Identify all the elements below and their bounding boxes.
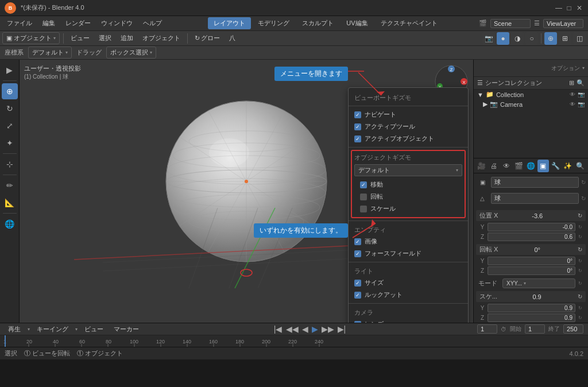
prop-particle-btn[interactable]: ✨ <box>562 160 573 172</box>
rotation-y[interactable]: 0° <box>488 257 575 265</box>
tool-annotate[interactable]: ✏ <box>2 177 18 194</box>
toolbar-add[interactable]: 追加 <box>117 33 137 44</box>
gizmo-forcefield[interactable]: ✓ フォースフィールド <box>349 247 468 260</box>
tool-rotate[interactable]: ↻ <box>2 100 18 117</box>
loc-y-lock[interactable]: ↻ <box>577 224 583 231</box>
overlay-toggle[interactable]: ⊞ <box>559 32 571 45</box>
menu-file[interactable]: ファイル <box>2 18 37 29</box>
prop-object-btn[interactable]: ▣ <box>537 160 548 172</box>
tool-transform[interactable]: ✦ <box>2 135 18 151</box>
loc-z-lock[interactable]: ↻ <box>577 234 583 241</box>
camera-eye-icon[interactable]: 👁 <box>570 101 575 107</box>
active-object-checkbox[interactable]: ✓ <box>354 136 361 142</box>
gizmo-active-object[interactable]: ✓ アクティブオブジェクト <box>349 133 468 145</box>
marker-menu[interactable]: マーカー <box>110 324 142 335</box>
menu-window[interactable]: ウィンドウ <box>96 18 137 29</box>
play-btn[interactable]: ▶ <box>312 324 318 334</box>
toolbar-select[interactable]: 選択 <box>95 33 115 44</box>
gizmo-lens[interactable]: ✓ レンズ <box>349 318 468 323</box>
coord-dropdown[interactable]: デフォルト ▾ <box>28 47 72 59</box>
gizmo-scale[interactable]: スケール <box>354 203 462 215</box>
start-frame-field[interactable]: 1 <box>525 324 545 334</box>
viewport-shading-solid[interactable]: ● <box>497 32 509 45</box>
scene-selector[interactable]: Scene <box>490 19 531 28</box>
step-forward-btn[interactable]: ▶▶ <box>322 324 334 334</box>
rot-x-lock[interactable]: ↻ <box>578 246 582 253</box>
rotation-z[interactable]: 0° <box>488 266 575 275</box>
close-button[interactable]: ✕ <box>575 4 583 12</box>
maximize-button[interactable]: □ <box>565 4 573 12</box>
rot-z-lock[interactable]: ↻ <box>577 268 583 274</box>
outliner-filter-btn[interactable]: ⊞ <box>569 79 574 87</box>
gizmo-toggle[interactable]: ⊕ <box>544 32 557 45</box>
workspace-layout[interactable]: レイアウト <box>208 17 251 29</box>
viewlayer-selector[interactable]: ViewLayer <box>543 19 583 28</box>
location-lock[interactable]: ↻ <box>578 212 582 219</box>
viewport-shading-material[interactable]: ◑ <box>511 32 524 45</box>
outliner-search-btn[interactable]: 🔍 <box>577 79 585 87</box>
workspace-uv[interactable]: UV編集 <box>341 17 373 29</box>
mode-dropdown[interactable]: ▣ オブジェクト ▾ <box>2 32 60 44</box>
scale-y-lock[interactable]: ↻ <box>577 305 583 312</box>
rot-y-lock[interactable]: ↻ <box>577 258 583 265</box>
prop-output-btn[interactable]: 🖨 <box>488 160 499 172</box>
play-menu[interactable]: 再生 <box>5 324 24 335</box>
tool-select[interactable]: ▶ <box>2 62 18 78</box>
prop-scene-btn[interactable]: 🎬 <box>513 160 524 172</box>
gizmo-active-tool[interactable]: ✓ アクティブツール <box>349 121 468 133</box>
status-select[interactable]: 選択 <box>5 349 17 358</box>
timeline-ruler[interactable]: 1 20 40 60 80 100 120 140 160 180 200 22… <box>0 335 588 347</box>
viewport-shading-rendered[interactable]: ○ <box>525 32 538 45</box>
collection-eye-icon[interactable]: 👁 <box>570 91 575 98</box>
size-checkbox[interactable]: ✓ <box>354 280 361 287</box>
window-controls[interactable]: — □ ✕ <box>555 4 583 12</box>
render-view-btn[interactable]: 📷 <box>482 32 495 45</box>
scale-z-lock[interactable]: ↻ <box>577 315 583 322</box>
toolbar-transform[interactable]: ↻ グロー <box>191 33 223 44</box>
view-menu[interactable]: ビュー <box>81 324 107 335</box>
play-reverse-btn[interactable]: ◀ <box>302 324 308 334</box>
toolbar-view[interactable]: ビュー <box>67 33 93 44</box>
viewport[interactable]: ユーザー・透視投影 (1) Collection | 球 <box>20 60 473 323</box>
lens-checkbox[interactable]: ✓ <box>354 321 361 323</box>
gizmo-lookat[interactable]: ✓ ルックアット <box>349 289 468 301</box>
gizmo-size[interactable]: ✓ サイズ <box>349 277 468 289</box>
boxselect-dropdown[interactable]: ボックス選択 ▾ <box>106 47 156 59</box>
move-checkbox[interactable]: ✓ <box>360 181 367 188</box>
tool-scale[interactable]: ⤢ <box>2 118 18 134</box>
lookat-checkbox[interactable]: ✓ <box>354 292 361 299</box>
keying-menu[interactable]: キーイング <box>33 324 72 335</box>
jump-start-btn[interactable]: |◀ <box>274 324 283 334</box>
toolbar-snap[interactable]: 八 <box>226 33 239 44</box>
tool-move[interactable]: ⊕ <box>2 83 18 99</box>
tool-measure[interactable]: 📐 <box>2 195 18 211</box>
navigate-checkbox[interactable]: ✓ <box>354 111 361 118</box>
workspace-texture-paint[interactable]: テクスチャペイント <box>375 17 443 29</box>
obj-gizmo-type[interactable]: デフォルト ▾ <box>354 164 462 176</box>
rotate-checkbox[interactable] <box>360 194 367 200</box>
scale-z[interactable]: 0.9 <box>488 314 575 322</box>
tool-cursor[interactable]: ⊹ <box>2 156 18 172</box>
gizmo-image[interactable]: ✓ 画像 <box>349 235 468 247</box>
gizmo-navigate[interactable]: ✓ ナビゲート <box>349 109 468 121</box>
prop-world-btn[interactable]: 🌐 <box>525 160 536 172</box>
prop-view-btn[interactable]: 👁 <box>501 160 512 172</box>
current-frame-field[interactable]: 1 <box>477 324 497 334</box>
location-y[interactable]: -0.0 <box>488 223 575 231</box>
minimize-button[interactable]: — <box>555 4 563 12</box>
menu-render[interactable]: レンダー <box>61 18 95 29</box>
camera-render-icon[interactable]: 📷 <box>578 101 585 107</box>
workspace-modeling[interactable]: モデリング <box>252 17 295 29</box>
scale-checkbox[interactable] <box>360 206 367 212</box>
collection-render-icon[interactable]: 📷 <box>578 91 585 98</box>
location-z[interactable]: 0.6 <box>488 233 575 241</box>
step-back-btn[interactable]: ◀◀ <box>286 324 299 334</box>
xray-toggle[interactable]: ◫ <box>573 32 586 45</box>
scale-y[interactable]: 0.9 <box>488 304 575 312</box>
image-checkbox[interactable]: ✓ <box>354 238 361 245</box>
object-name-field[interactable]: 球 <box>491 177 579 188</box>
prop-render-btn[interactable]: 🎥 <box>476 160 487 172</box>
prop-search-btn[interactable]: 🔍 <box>575 160 586 172</box>
options-arrow[interactable]: ▾ <box>582 65 585 71</box>
scale-x-lock[interactable]: ↻ <box>578 293 582 300</box>
